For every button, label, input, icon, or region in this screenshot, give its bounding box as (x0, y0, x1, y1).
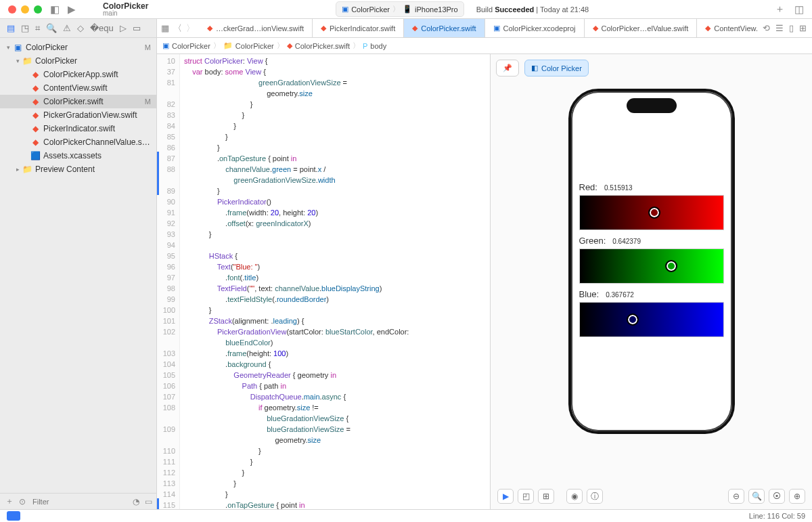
preview-icon: ◧ (531, 64, 538, 72)
editor-options-icon[interactable]: ☰ (775, 23, 784, 33)
zoom-in-button[interactable]: ⊕ (789, 489, 805, 504)
file-item[interactable]: ◆ColorPickerApp.swift (0, 68, 156, 81)
file-tab[interactable]: ◆PickerIndicator.swift (313, 19, 404, 37)
channel-row: Blue: 0.367672 (579, 289, 724, 299)
navigator-selector: ▤ ◳ ⌗ 🔍 ⚠ ◇ �equ ▷ ▭ (0, 19, 157, 37)
channel-name: Green: (579, 236, 606, 246)
selectable-button[interactable]: ◰ (518, 489, 534, 504)
gradation-view[interactable] (579, 195, 724, 230)
branch-name: main (103, 10, 148, 17)
scm-filter-icon[interactable]: ▭ (145, 497, 152, 506)
channel-row: Red: 0.515913 (579, 182, 724, 192)
recent-filter-icon[interactable]: ◔ (133, 497, 139, 506)
jump-bar[interactable]: ▣ColorPicker〉 📁ColorPicker〉 ◆ColorPicker… (157, 38, 812, 54)
navigator-footer: ＋ ⊙ ◔ ▭ (0, 493, 156, 509)
file-tab[interactable]: ◆ColorPicker.swift (404, 19, 484, 37)
gradation-view[interactable] (579, 248, 724, 284)
channel-value: 0.367672 (606, 291, 634, 299)
zoom-fit-button[interactable]: 🔍 (748, 489, 765, 504)
project-name: ColorPicker (103, 2, 148, 10)
preview-canvas: 📌 ◧ Color Picker Red: 0.515913 Green: 0.… (491, 54, 812, 509)
back-button[interactable]: 〈 (173, 22, 182, 35)
zoom-window-button[interactable] (34, 5, 42, 14)
preview-content-folder[interactable]: ▸📁 Preview Content (0, 162, 156, 176)
pin-icon: 📌 (503, 64, 512, 72)
pin-preview-button[interactable]: 📌 (496, 60, 519, 77)
file-item[interactable]: ◆ColorPicker.swiftM (0, 95, 156, 108)
project-navigator-icon[interactable]: ▤ (7, 23, 15, 33)
file-item[interactable]: 🟦Assets.xcassets (0, 149, 156, 162)
filter-scope-icon[interactable]: ⊙ (19, 497, 26, 506)
file-item[interactable]: ◆PickerGradationView.swift (0, 108, 156, 122)
channel-value: 0.515913 (604, 184, 633, 192)
file-item[interactable]: ◆PickerIndicator.swift (0, 122, 156, 135)
swift-icon: ◆ (321, 24, 326, 32)
picker-indicator[interactable] (667, 261, 676, 271)
channel-value: 0.642379 (612, 238, 641, 245)
symbol-navigator-icon[interactable]: ⌗ (35, 23, 40, 34)
scheme-selector[interactable]: ▣ ColorPicker 〉 📱 iPhone13Pro (336, 1, 464, 17)
minimize-window-button[interactable] (21, 5, 29, 14)
window-controls (0, 5, 50, 14)
source-control-navigator-icon[interactable]: ◳ (21, 23, 29, 33)
picker-indicator[interactable] (628, 315, 637, 324)
channel-row: Green: 0.642379 (579, 236, 724, 246)
file-tab[interactable]: ◆…ckerGrad…ionView.swift (199, 19, 313, 37)
accessibility-button[interactable]: ⓘ (587, 489, 603, 504)
swift-icon: ◆ (705, 24, 710, 32)
group-folder[interactable]: ▾📁 ColorPicker (0, 54, 156, 68)
find-navigator-icon[interactable]: 🔍 (46, 23, 57, 33)
preview-title-pill[interactable]: ◧ Color Picker (524, 60, 589, 77)
filter-input[interactable] (31, 497, 127, 506)
channel-name: Blue: (579, 289, 600, 299)
forward-button[interactable]: 〉 (186, 22, 195, 35)
file-tabs: ◆…ckerGrad…ionView.swift◆PickerIndicator… (199, 19, 757, 37)
picker-indicator[interactable] (650, 208, 659, 217)
swift-icon: ◆ (412, 24, 418, 32)
run-button[interactable]: ▶ (68, 3, 76, 16)
test-navigator-icon[interactable]: ◇ (77, 23, 84, 33)
debug-area-toggle[interactable] (7, 511, 20, 521)
file-item[interactable]: ◆ColorPickerChannelValue.s… (0, 135, 156, 149)
swift-icon: ◆ (207, 24, 212, 32)
zoom-actual-button[interactable]: ⦿ (769, 489, 785, 504)
zoom-out-button[interactable]: ⊖ (728, 489, 744, 504)
sidebar-toggle-icon[interactable]: ◧ (50, 3, 60, 16)
library-button[interactable]: ◫ (794, 3, 804, 16)
swift-icon: ◆ (593, 24, 598, 32)
breakpoint-navigator-icon[interactable]: ▷ (120, 23, 127, 33)
file-item[interactable]: ◆ContentView.swift (0, 81, 156, 95)
close-window-button[interactable] (8, 5, 16, 14)
add-editor-icon[interactable]: ⊞ (799, 23, 807, 33)
add-file-button[interactable]: ＋ (5, 496, 14, 507)
code-editor[interactable]: 1037818283848586878889909192939495969798… (157, 54, 491, 509)
issue-navigator-icon[interactable]: ⚠ (63, 23, 71, 33)
minimap-icon[interactable]: ▯ (789, 23, 794, 33)
debug-navigator-icon[interactable]: �equ (90, 23, 114, 33)
file-tab[interactable]: ◆ContentView.sw (697, 19, 757, 37)
cursor-position: Line: 116 Col: 59 (749, 512, 805, 520)
project-root[interactable]: ▾▣ ColorPicker M (0, 41, 156, 54)
add-button[interactable]: ＋ (775, 3, 785, 16)
live-preview-button[interactable]: ▶ (497, 489, 514, 504)
variants-button[interactable]: ⊞ (538, 489, 554, 504)
titlebar: ◧ ▶ ColorPicker main ▣ ColorPicker 〉 📱 i… (0, 0, 812, 19)
channel-name: Red: (579, 182, 597, 192)
device-frame: Red: 0.515913 Green: 0.642379 Blue: 0.36… (568, 89, 735, 434)
related-items-icon[interactable]: ▦ (161, 23, 169, 33)
status-bar: Line: 116 Col: 59 (0, 509, 812, 522)
file-tab[interactable]: ▣ColorPicker.xcodeproj (485, 19, 585, 37)
file-tab[interactable]: ◆ColorPicker…elValue.swift (585, 19, 698, 37)
build-status: Build Succeeded | Today at 21:48 (476, 5, 589, 14)
refresh-icon[interactable]: ⟲ (763, 23, 770, 33)
gradation-view[interactable] (579, 302, 724, 337)
device-settings-button[interactable]: ◉ (566, 489, 583, 504)
toolbar-row: ▤ ◳ ⌗ 🔍 ⚠ ◇ �equ ▷ ▭ ▦ 〈 〉 ◆…ckerGrad…io… (0, 19, 812, 38)
device-notch (627, 98, 677, 113)
proj-icon: ▣ (493, 24, 500, 32)
project-navigator: ▾▣ ColorPicker M ▾📁 ColorPicker ◆ColorPi… (0, 38, 157, 509)
report-navigator-icon[interactable]: ▭ (133, 23, 141, 33)
